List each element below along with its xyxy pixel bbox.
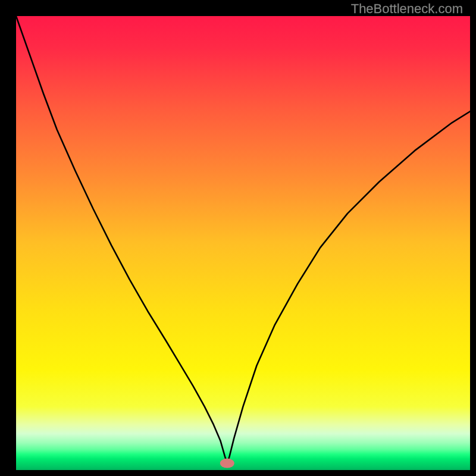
chart-root: { "watermark": { "text": "TheBottleneck.…	[0, 0, 476, 476]
optimal-marker	[220, 459, 234, 468]
watermark-text: TheBottleneck.com	[351, 1, 463, 17]
bottleneck-chart	[0, 0, 476, 476]
heat-gradient	[16, 16, 470, 470]
